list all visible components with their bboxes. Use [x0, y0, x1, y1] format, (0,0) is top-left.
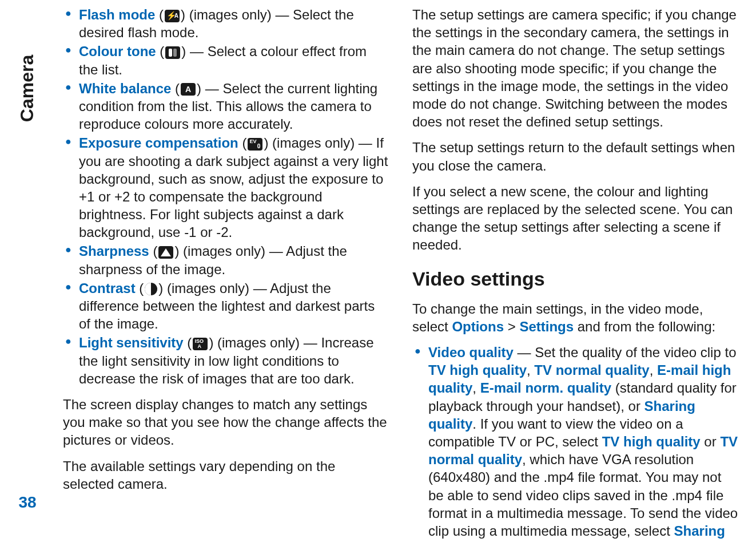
list-item: White balance () — Select the current li… [63, 80, 389, 133]
section-label: Camera [17, 54, 38, 121]
setting-term: Exposure compensation [79, 135, 238, 151]
paragraph: The screen display changes to match any … [63, 395, 389, 449]
setting-desc: (images only) — If you are shooting a da… [79, 135, 388, 240]
contrast-icon [145, 283, 157, 295]
option-link: TV high quality [428, 362, 527, 378]
section-heading: Video settings [412, 266, 739, 291]
paragraph: To change the main settings, in the vide… [412, 300, 739, 335]
setting-term: White balance [79, 81, 171, 96]
list-item: Exposure compensation () (images only) —… [63, 134, 389, 241]
exposure-icon [248, 138, 262, 151]
setting-term: Video quality [428, 345, 514, 360]
flash-icon [165, 10, 180, 22]
page-content: Flash mode () (images only) — Select the… [63, 6, 739, 540]
setting-term: Light sensitivity [79, 335, 184, 350]
sharpness-icon [158, 246, 173, 259]
tone-icon [165, 46, 180, 59]
option-link: E-mail norm. quality [480, 380, 611, 395]
list-item: Sharpness () (images only) — Adjust the … [63, 242, 389, 278]
option-link: TV normal quality [534, 362, 649, 378]
settings-list: Flash mode () (images only) — Select the… [63, 6, 389, 387]
paragraph: The setup settings are camera specific; … [412, 6, 739, 130]
list-item: Colour tone () — Select a colour effect … [63, 42, 389, 78]
setting-term: Contrast [79, 280, 136, 296]
paragraph: The setup settings return to the default… [412, 139, 739, 174]
menu-path: Settings [519, 319, 574, 334]
list-item: Light sensitivity () (images only) — Inc… [63, 334, 389, 387]
option-link: TV high quality [602, 434, 701, 449]
paragraph: If you select a new scene, the colour an… [412, 183, 739, 254]
sidebar: Camera 38 [0, 0, 55, 546]
page-number: 38 [18, 493, 36, 512]
setting-term: Sharpness [79, 243, 149, 259]
paragraph: The available settings vary depending on… [63, 457, 389, 493]
white-balance-icon [181, 83, 196, 96]
setting-term: Flash mode [79, 7, 155, 22]
menu-path: Options [452, 319, 504, 334]
iso-icon [193, 338, 208, 350]
list-item: Flash mode () (images only) — Select the… [63, 6, 389, 41]
list-item: Contrast () (images only) — Adjust the d… [63, 279, 389, 333]
setting-term: Colour tone [79, 43, 156, 59]
